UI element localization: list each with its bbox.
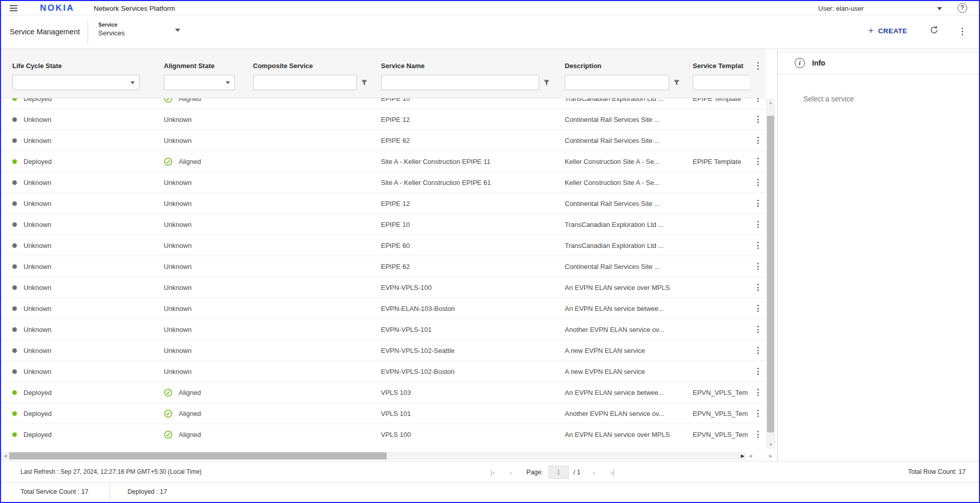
column-settings-kebab-icon[interactable] (757, 61, 759, 70)
description-value: Another EVPN ELAN service ov... (565, 326, 664, 333)
table-row[interactable]: UnknownUnknownEVPN-VPLS-102-BostonA new … (1, 361, 766, 382)
alignment-state-filter-select[interactable] (164, 75, 235, 90)
hamburger-menu-icon[interactable] (10, 8, 17, 9)
table-row[interactable]: UnknownUnknownEVPN-VPLS-100An EVPN ELAN … (1, 277, 766, 298)
table-row[interactable]: UnknownUnknownEPIPE 62Continental Rail S… (1, 130, 766, 151)
column-header-description[interactable]: Description (558, 62, 689, 70)
vertical-scrollbar[interactable]: ▲ ▼ (766, 98, 775, 449)
row-actions-kebab-icon[interactable] (757, 325, 759, 333)
row-actions-kebab-icon[interactable] (757, 388, 759, 396)
alignment-label: Aligned (179, 389, 201, 396)
table-row[interactable]: DeployedAlignedVPLS 103An EVPN ELAN serv… (1, 382, 766, 403)
page-input[interactable] (548, 466, 569, 479)
scroll-up-icon[interactable]: ▲ (766, 98, 775, 107)
lifecycle-label: Unknown (24, 179, 51, 186)
service-name-value: VPLS 101 (381, 410, 411, 417)
row-actions-kebab-icon[interactable] (757, 430, 759, 438)
lifecycle-status-dot (12, 306, 17, 311)
first-page-button[interactable]: |‹ (491, 469, 495, 476)
service-template-value: EPVN_VPLS_Tem (693, 410, 748, 417)
main-area: Life Cycle State Alignment State Composi… (1, 49, 979, 461)
row-actions-kebab-icon[interactable] (757, 304, 759, 312)
row-actions-kebab-icon[interactable] (757, 262, 759, 270)
table-row[interactable]: UnknownUnknownEPIPE 10TransCanadian Expl… (1, 214, 766, 235)
vertical-scrollbar-thumb[interactable] (767, 116, 774, 432)
row-actions-kebab-icon[interactable] (757, 199, 759, 207)
filter-funnel-icon[interactable] (543, 79, 550, 86)
last-page-button[interactable]: ›| (610, 469, 614, 476)
chevron-down-icon (226, 81, 230, 84)
column-header-composite-service[interactable]: Composite Service (252, 62, 376, 70)
refresh-icon[interactable] (929, 25, 939, 36)
column-header-service-name[interactable]: Service Name (376, 62, 558, 70)
row-actions-kebab-icon[interactable] (757, 283, 759, 291)
description-value: An EVPN ELAN service over MPLS (565, 284, 670, 291)
filter-funnel-icon[interactable] (361, 79, 368, 86)
page-total: / 1 (573, 469, 581, 476)
service-template-filter-input[interactable] (693, 75, 750, 90)
composite-service-filter-input[interactable] (253, 75, 357, 90)
table-row[interactable]: DeployedAlignedSite A - Keller Construct… (1, 151, 766, 172)
horizontal-scrollbar[interactable]: ◀ ▶ (1, 452, 745, 460)
table-row[interactable]: UnknownUnknownEPIPE 12Continental Rail S… (1, 109, 766, 130)
life-cycle-state-filter-select[interactable] (12, 75, 140, 90)
table-row[interactable]: UnknownUnknownEVPN-ELAN-103-BostonAn EVP… (1, 298, 766, 319)
scroll-down-icon[interactable]: ▼ (766, 441, 775, 449)
column-header-life-cycle-state[interactable]: Life Cycle State (1, 62, 160, 70)
toolbar-kebab-icon[interactable] (962, 27, 963, 36)
chevron-down-icon[interactable] (175, 29, 180, 32)
scroll-right-icon[interactable]: ▶ (741, 452, 744, 460)
view-selector[interactable]: Service Services (98, 22, 125, 37)
table-row[interactable]: UnknownUnknownEVPN-VPLS-102-SeattleA new… (1, 340, 766, 361)
lifecycle-label: Unknown (24, 326, 51, 333)
table-row[interactable]: UnknownUnknownEPIPE 62Continental Rail S… (1, 256, 766, 277)
pinned-scroll-right-icon[interactable]: ▶ (769, 452, 773, 460)
nokia-logo: NOKIA (40, 3, 74, 13)
table-row[interactable]: DeployedAlignedVPLS 100An EVPN ELAN serv… (1, 424, 766, 445)
service-name-value: EVPN-VPLS-102-Boston (381, 368, 455, 375)
row-actions-kebab-icon[interactable] (757, 136, 759, 144)
create-button[interactable]: + CREATE (868, 26, 907, 36)
service-name-value: EPIPE 10 (381, 221, 410, 228)
description-value: TransCanadian Exploration Ltd ... (565, 242, 664, 249)
table-row[interactable]: DeployedAlignedVPLS 101Another EVPN ELAN… (1, 403, 766, 424)
service-name-filter-input[interactable] (381, 75, 539, 90)
service-name-value: EPIPE 62 (381, 137, 410, 144)
filter-funnel-icon[interactable] (673, 79, 680, 86)
scroll-left-icon[interactable]: ◀ (1, 452, 9, 460)
table-row[interactable]: UnknownUnknownEPIPE 12Continental Rail S… (1, 193, 766, 214)
help-icon[interactable]: ? (957, 3, 967, 13)
table-row[interactable]: UnknownUnknownEPIPE 60TransCanadian Expl… (1, 235, 766, 256)
lifecycle-status-dot (12, 285, 17, 290)
create-button-label: CREATE (878, 27, 907, 35)
row-actions-kebab-icon[interactable] (757, 241, 759, 249)
pinned-scroll-left-icon[interactable]: ◀ (749, 452, 752, 460)
page-label: Page: (526, 469, 543, 476)
service-name-value: EVPN-VPLS-101 (381, 326, 432, 333)
user-label: User: elan-user (818, 5, 864, 12)
table-row[interactable]: UnknownUnknownSite A - Keller Constructi… (1, 172, 766, 193)
next-page-button[interactable]: › (593, 469, 595, 476)
prev-page-button[interactable]: ‹ (510, 469, 512, 476)
horizontal-scrollbar-thumb[interactable] (9, 452, 387, 459)
column-header-service-template[interactable]: Service Templat (689, 62, 750, 70)
table-header-row: Life Cycle State Alignment State Composi… (1, 49, 766, 70)
table-row[interactable]: DeployedAlignedEPIPE 10TransCanadian Exp… (1, 98, 766, 109)
row-actions-kebab-icon[interactable] (757, 178, 759, 186)
table-row[interactable]: UnknownUnknownEVPN-VPLS-101Another EVPN … (1, 319, 766, 340)
alignment-label: Unknown (164, 347, 191, 354)
column-header-alignment-state[interactable]: Alignment State (160, 62, 252, 70)
service-name-value: EPIPE 60 (381, 242, 410, 249)
description-filter-input[interactable] (565, 75, 669, 90)
row-actions-kebab-icon[interactable] (757, 157, 759, 165)
row-actions-kebab-icon[interactable] (757, 98, 759, 103)
alignment-label: Aligned (179, 410, 201, 417)
row-actions-kebab-icon[interactable] (757, 346, 759, 354)
row-actions-kebab-icon[interactable] (757, 220, 759, 228)
row-actions-kebab-icon[interactable] (757, 409, 759, 417)
row-actions-kebab-icon[interactable] (757, 115, 759, 123)
service-name-value: EPIPE 12 (381, 116, 410, 123)
row-actions-kebab-icon[interactable] (757, 367, 759, 375)
service-template-value: EPIPE Template (693, 98, 741, 102)
user-menu[interactable]: User: elan-user (818, 5, 942, 12)
